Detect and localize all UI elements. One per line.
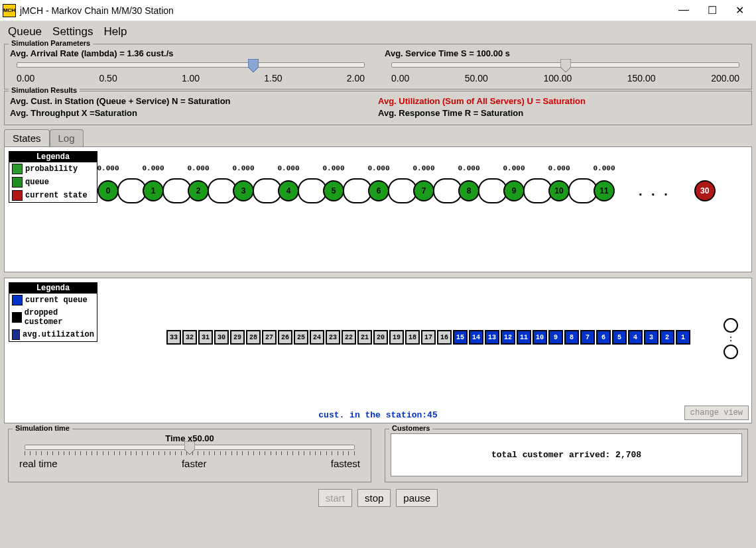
window-title: jMCH - Markov Chain M/M/30 Station bbox=[20, 5, 174, 16]
state-node: 110.000 bbox=[594, 180, 615, 201]
queue-slot: 25 bbox=[294, 330, 308, 345]
state-node: 100.000 bbox=[548, 180, 570, 201]
states-panel: Legenda probability queue current state … bbox=[4, 146, 752, 272]
simulation-time-group: Simulation time Time x50.00 real time fa… bbox=[8, 429, 371, 482]
queue-slot: 21 bbox=[357, 330, 372, 345]
menubar: Queue Settings Help bbox=[0, 21, 756, 42]
queue-slot: 17 bbox=[421, 330, 436, 345]
queue-slot: 18 bbox=[405, 330, 420, 345]
menu-help[interactable]: Help bbox=[103, 25, 127, 38]
state-node: 70.000 bbox=[413, 180, 434, 201]
customers-group: Customers total customer arrived: 2,708 bbox=[385, 429, 748, 482]
state-node: 00.000 bbox=[97, 180, 119, 201]
slider-thumb[interactable] bbox=[248, 59, 259, 72]
queue-slot-active: 2 bbox=[660, 330, 674, 345]
legend-title: Legenda bbox=[9, 152, 97, 162]
state-node: 50.000 bbox=[323, 180, 344, 201]
time-slider[interactable] bbox=[25, 445, 355, 450]
state-node: 60.000 bbox=[368, 180, 389, 201]
queue-slot: 33 bbox=[166, 330, 181, 345]
queue-slot-active: 9 bbox=[548, 330, 563, 345]
service-time-slider[interactable] bbox=[391, 62, 739, 68]
output-circles: : bbox=[724, 318, 738, 359]
states-legend: Legenda probability queue current state bbox=[9, 151, 97, 203]
queue-slot-active: 10 bbox=[533, 330, 547, 345]
minimize-icon[interactable]: — bbox=[678, 4, 689, 17]
queue-slot: 22 bbox=[342, 330, 356, 345]
group-title: Customers bbox=[389, 424, 432, 432]
simulation-parameters-group: Simulation Parameters Avg. Arrival Rate … bbox=[4, 44, 752, 89]
slider-thumb[interactable] bbox=[184, 441, 195, 455]
svg-marker-0 bbox=[248, 59, 259, 72]
swatch-queue bbox=[12, 177, 23, 188]
change-view-button[interactable]: change view bbox=[684, 406, 749, 420]
state-node: 90.000 bbox=[503, 180, 525, 201]
markov-chain: 00.00010.00020.00030.00040.00050.00060.0… bbox=[97, 180, 745, 201]
circle-icon bbox=[724, 345, 738, 359]
queue-slot-active: 13 bbox=[485, 330, 499, 345]
queue-visual: 3332313029282726252423222120191817161514… bbox=[166, 330, 690, 345]
queue-panel: Legenda current queue dropped customer a… bbox=[4, 278, 752, 423]
queue-slot-active: 5 bbox=[612, 330, 627, 345]
pause-button[interactable]: pause bbox=[396, 489, 438, 507]
queue-slot-active: 4 bbox=[628, 330, 643, 345]
queue-slot: 23 bbox=[326, 330, 340, 345]
service-time-label: Avg. Service Time S = 100.00 s bbox=[385, 48, 746, 58]
close-icon[interactable]: ✕ bbox=[735, 4, 744, 17]
swatch-probability bbox=[12, 164, 23, 174]
result-r: Avg. Response Time R = Saturation bbox=[378, 107, 746, 119]
swatch-current-state bbox=[12, 190, 23, 201]
svg-marker-1 bbox=[560, 59, 571, 72]
queue-slot: 19 bbox=[389, 330, 404, 345]
queue-slot: 27 bbox=[262, 330, 277, 345]
result-n: Avg. Cust. in Station (Queue + Service) … bbox=[10, 95, 378, 107]
group-title: Simulation Parameters bbox=[9, 39, 93, 47]
arrival-rate-slider[interactable] bbox=[17, 62, 365, 68]
menu-queue[interactable]: Queue bbox=[8, 25, 42, 38]
swatch-avg-util bbox=[12, 329, 20, 340]
queue-slot: 31 bbox=[198, 330, 213, 345]
service-ticks: 0.00 50.00 100.00 150.00 200.00 bbox=[391, 73, 739, 83]
queue-slot: 24 bbox=[310, 330, 324, 345]
result-u: Avg. Utilization (Sum of All Servers) U … bbox=[378, 95, 746, 107]
queue-slot: 26 bbox=[278, 330, 292, 345]
state-node: 20.000 bbox=[188, 180, 209, 201]
svg-marker-2 bbox=[184, 441, 195, 455]
swatch-dropped bbox=[12, 312, 22, 323]
queue-slot-active: 1 bbox=[676, 330, 690, 345]
swatch-current-queue bbox=[12, 295, 23, 305]
result-x: Avg. Throughput X =Saturation bbox=[10, 107, 378, 119]
queue-slot: 29 bbox=[230, 330, 245, 345]
state-node: 10.000 bbox=[143, 180, 164, 201]
titlebar: MCH jMCH - Markov Chain M/M/30 Station —… bbox=[0, 0, 756, 21]
time-scale-labels: real time faster fastest bbox=[14, 458, 365, 469]
queue-slot-active: 14 bbox=[469, 330, 483, 345]
tabs: States Log bbox=[4, 129, 752, 146]
arrival-rate-label: Avg. Arrival Rate (lambda) = 1.36 cust./… bbox=[10, 48, 371, 58]
queue-legend: Legenda current queue dropped customer a… bbox=[9, 282, 97, 342]
queue-slot: 28 bbox=[246, 330, 261, 345]
maximize-icon[interactable]: ☐ bbox=[708, 4, 717, 17]
slider-thumb[interactable] bbox=[560, 59, 571, 72]
circle-icon bbox=[724, 318, 738, 333]
tab-log[interactable]: Log bbox=[50, 129, 84, 146]
menu-settings[interactable]: Settings bbox=[52, 25, 93, 38]
arrival-ticks: 0.00 0.50 1.00 1.50 2.00 bbox=[17, 73, 365, 83]
queue-slot-active: 6 bbox=[596, 330, 611, 345]
tab-states[interactable]: States bbox=[4, 129, 50, 146]
simulation-results-group: Simulation Results Avg. Cust. in Station… bbox=[4, 91, 752, 125]
state-node: 30.000 bbox=[233, 180, 254, 201]
queue-slot-active: 3 bbox=[644, 330, 659, 345]
group-title: Simulation Results bbox=[9, 86, 80, 94]
group-title: Simulation time bbox=[13, 424, 72, 432]
queue-slot-active: 11 bbox=[517, 330, 531, 345]
stop-button[interactable]: stop bbox=[357, 489, 391, 507]
queue-slot: 16 bbox=[437, 330, 452, 345]
app-icon: MCH bbox=[3, 4, 16, 17]
customers-in-station-text: cust. in the station:45 bbox=[318, 410, 437, 420]
state-node: 40.000 bbox=[278, 180, 299, 201]
state-node: 80.000 bbox=[458, 180, 479, 201]
queue-slot-active: 15 bbox=[453, 330, 468, 345]
state-node-current: 300.000 bbox=[694, 180, 716, 201]
start-button[interactable]: start bbox=[318, 489, 352, 507]
